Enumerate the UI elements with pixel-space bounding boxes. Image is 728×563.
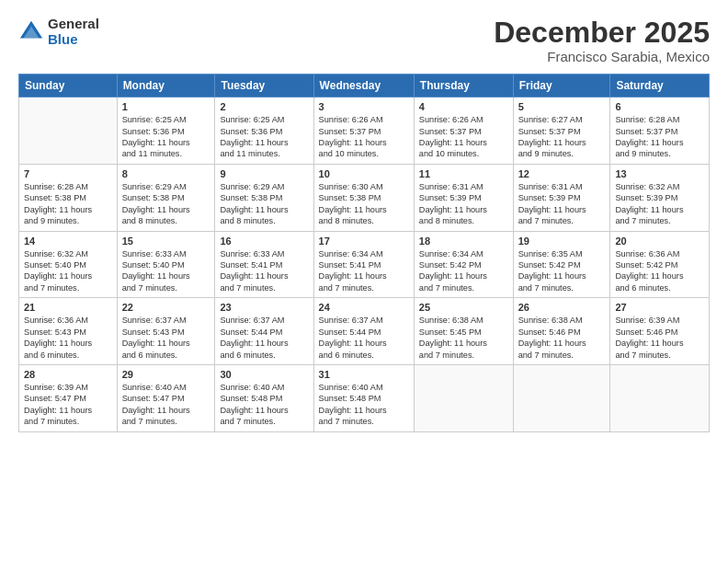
day-number: 6 xyxy=(615,101,704,112)
calendar-cell: 4Sunrise: 6:26 AM Sunset: 5:37 PM Daylig… xyxy=(414,98,513,165)
day-number: 17 xyxy=(319,236,409,247)
main-title: December 2025 xyxy=(494,17,710,49)
day-info: Sunrise: 6:31 AM Sunset: 5:39 PM Dayligh… xyxy=(518,181,606,227)
calendar-week-row: 28Sunrise: 6:39 AM Sunset: 5:47 PM Dayli… xyxy=(19,364,710,431)
calendar-cell xyxy=(414,364,513,431)
calendar-cell xyxy=(19,98,118,165)
calendar-cell: 5Sunrise: 6:27 AM Sunset: 5:37 PM Daylig… xyxy=(513,98,610,165)
day-number: 14 xyxy=(24,236,112,247)
day-number: 12 xyxy=(518,168,606,179)
calendar-cell: 8Sunrise: 6:29 AM Sunset: 5:38 PM Daylig… xyxy=(117,164,215,231)
day-info: Sunrise: 6:37 AM Sunset: 5:44 PM Dayligh… xyxy=(220,315,308,361)
logo-blue-text: Blue xyxy=(48,32,99,48)
day-info: Sunrise: 6:34 AM Sunset: 5:42 PM Dayligh… xyxy=(419,248,508,294)
day-info: Sunrise: 6:33 AM Sunset: 5:40 PM Dayligh… xyxy=(122,248,210,294)
day-number: 19 xyxy=(518,236,606,247)
calendar-cell: 1Sunrise: 6:25 AM Sunset: 5:36 PM Daylig… xyxy=(117,98,215,165)
day-number: 8 xyxy=(122,168,210,179)
day-number: 3 xyxy=(319,101,409,112)
day-number: 13 xyxy=(615,168,704,179)
day-info: Sunrise: 6:39 AM Sunset: 5:46 PM Dayligh… xyxy=(615,315,704,361)
day-of-week-header: Monday xyxy=(117,75,215,98)
day-number: 28 xyxy=(24,369,112,380)
calendar-cell: 18Sunrise: 6:34 AM Sunset: 5:42 PM Dayli… xyxy=(414,231,513,298)
calendar-cell: 2Sunrise: 6:25 AM Sunset: 5:36 PM Daylig… xyxy=(215,98,313,165)
day-info: Sunrise: 6:34 AM Sunset: 5:41 PM Dayligh… xyxy=(319,248,409,294)
day-number: 26 xyxy=(518,302,606,313)
day-info: Sunrise: 6:29 AM Sunset: 5:38 PM Dayligh… xyxy=(220,181,308,227)
day-number: 1 xyxy=(122,101,210,112)
calendar-cell: 6Sunrise: 6:28 AM Sunset: 5:37 PM Daylig… xyxy=(610,98,710,165)
day-number: 15 xyxy=(122,236,210,247)
day-number: 9 xyxy=(220,168,308,179)
calendar-cell: 21Sunrise: 6:36 AM Sunset: 5:43 PM Dayli… xyxy=(19,298,118,365)
calendar-cell: 10Sunrise: 6:30 AM Sunset: 5:38 PM Dayli… xyxy=(313,164,414,231)
calendar-week-row: 14Sunrise: 6:32 AM Sunset: 5:40 PM Dayli… xyxy=(19,231,710,298)
calendar-week-row: 21Sunrise: 6:36 AM Sunset: 5:43 PM Dayli… xyxy=(19,298,710,365)
calendar-cell: 19Sunrise: 6:35 AM Sunset: 5:42 PM Dayli… xyxy=(513,231,610,298)
day-of-week-header: Sunday xyxy=(19,75,118,98)
day-number: 22 xyxy=(122,302,210,313)
calendar-cell: 7Sunrise: 6:28 AM Sunset: 5:38 PM Daylig… xyxy=(19,164,118,231)
day-info: Sunrise: 6:29 AM Sunset: 5:38 PM Dayligh… xyxy=(122,181,210,227)
calendar-cell: 15Sunrise: 6:33 AM Sunset: 5:40 PM Dayli… xyxy=(117,231,215,298)
day-number: 11 xyxy=(419,168,508,179)
calendar-cell: 26Sunrise: 6:38 AM Sunset: 5:46 PM Dayli… xyxy=(513,298,610,365)
calendar-cell: 20Sunrise: 6:36 AM Sunset: 5:42 PM Dayli… xyxy=(610,231,710,298)
day-info: Sunrise: 6:37 AM Sunset: 5:43 PM Dayligh… xyxy=(122,315,210,361)
logo-general-text: General xyxy=(48,17,99,32)
day-info: Sunrise: 6:30 AM Sunset: 5:38 PM Dayligh… xyxy=(319,181,409,227)
calendar-cell xyxy=(513,364,610,431)
day-info: Sunrise: 6:36 AM Sunset: 5:43 PM Dayligh… xyxy=(24,315,112,361)
calendar-cell: 28Sunrise: 6:39 AM Sunset: 5:47 PM Dayli… xyxy=(19,364,118,431)
day-number: 7 xyxy=(24,168,112,179)
calendar-cell: 11Sunrise: 6:31 AM Sunset: 5:39 PM Dayli… xyxy=(414,164,513,231)
day-number: 27 xyxy=(615,302,704,313)
calendar-cell: 22Sunrise: 6:37 AM Sunset: 5:43 PM Dayli… xyxy=(117,298,215,365)
day-number: 10 xyxy=(319,168,409,179)
day-info: Sunrise: 6:40 AM Sunset: 5:47 PM Dayligh… xyxy=(122,382,210,428)
day-number: 16 xyxy=(220,236,308,247)
day-number: 31 xyxy=(319,369,409,380)
day-info: Sunrise: 6:36 AM Sunset: 5:42 PM Dayligh… xyxy=(615,248,704,294)
day-number: 18 xyxy=(419,236,508,247)
day-number: 20 xyxy=(615,236,704,247)
calendar-cell: 30Sunrise: 6:40 AM Sunset: 5:48 PM Dayli… xyxy=(215,364,313,431)
day-info: Sunrise: 6:40 AM Sunset: 5:48 PM Dayligh… xyxy=(220,382,308,428)
day-number: 2 xyxy=(220,101,308,112)
calendar-table: SundayMondayTuesdayWednesdayThursdayFrid… xyxy=(18,74,710,431)
calendar-cell: 27Sunrise: 6:39 AM Sunset: 5:46 PM Dayli… xyxy=(610,298,710,365)
day-info: Sunrise: 6:35 AM Sunset: 5:42 PM Dayligh… xyxy=(518,248,606,294)
calendar-cell: 14Sunrise: 6:32 AM Sunset: 5:40 PM Dayli… xyxy=(19,231,118,298)
header: General Blue December 2025 Francisco Sar… xyxy=(18,17,710,64)
day-info: Sunrise: 6:31 AM Sunset: 5:39 PM Dayligh… xyxy=(419,181,508,227)
subtitle: Francisco Sarabia, Mexico xyxy=(494,49,710,64)
calendar-cell: 17Sunrise: 6:34 AM Sunset: 5:41 PM Dayli… xyxy=(313,231,414,298)
day-of-week-header: Saturday xyxy=(610,75,710,98)
logo-icon xyxy=(18,19,44,45)
day-info: Sunrise: 6:38 AM Sunset: 5:46 PM Dayligh… xyxy=(518,315,606,361)
logo-text: General Blue xyxy=(48,17,99,47)
day-info: Sunrise: 6:28 AM Sunset: 5:38 PM Dayligh… xyxy=(24,181,112,227)
page: General Blue December 2025 Francisco Sar… xyxy=(0,0,728,563)
calendar-week-row: 1Sunrise: 6:25 AM Sunset: 5:36 PM Daylig… xyxy=(19,98,710,165)
day-number: 25 xyxy=(419,302,508,313)
day-number: 29 xyxy=(122,369,210,380)
day-info: Sunrise: 6:32 AM Sunset: 5:40 PM Dayligh… xyxy=(24,248,112,294)
day-number: 30 xyxy=(220,369,308,380)
day-of-week-header: Wednesday xyxy=(313,75,414,98)
day-info: Sunrise: 6:37 AM Sunset: 5:44 PM Dayligh… xyxy=(319,315,409,361)
day-info: Sunrise: 6:39 AM Sunset: 5:47 PM Dayligh… xyxy=(24,382,112,428)
day-info: Sunrise: 6:25 AM Sunset: 5:36 PM Dayligh… xyxy=(122,114,210,160)
day-number: 4 xyxy=(419,101,508,112)
day-info: Sunrise: 6:27 AM Sunset: 5:37 PM Dayligh… xyxy=(518,114,606,160)
day-of-week-header: Tuesday xyxy=(215,75,313,98)
calendar-cell: 31Sunrise: 6:40 AM Sunset: 5:48 PM Dayli… xyxy=(313,364,414,431)
day-info: Sunrise: 6:32 AM Sunset: 5:39 PM Dayligh… xyxy=(615,181,704,227)
day-info: Sunrise: 6:26 AM Sunset: 5:37 PM Dayligh… xyxy=(419,114,508,160)
calendar-cell: 24Sunrise: 6:37 AM Sunset: 5:44 PM Dayli… xyxy=(313,298,414,365)
day-info: Sunrise: 6:25 AM Sunset: 5:36 PM Dayligh… xyxy=(220,114,308,160)
day-of-week-header: Friday xyxy=(513,75,610,98)
day-info: Sunrise: 6:40 AM Sunset: 5:48 PM Dayligh… xyxy=(319,382,409,428)
calendar-week-row: 7Sunrise: 6:28 AM Sunset: 5:38 PM Daylig… xyxy=(19,164,710,231)
